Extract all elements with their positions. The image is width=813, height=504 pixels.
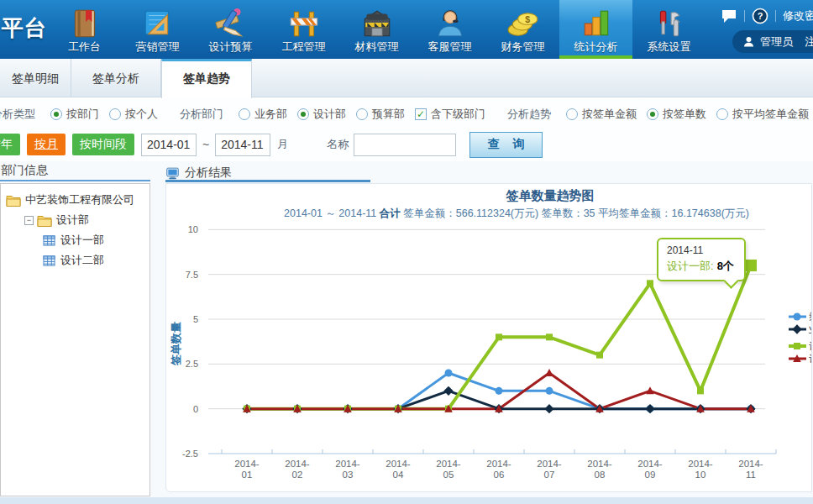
svg-text:2014-01: 2014-01 — [234, 459, 260, 480]
tree-node-label: 设计部 — [56, 213, 89, 228]
radio-option[interactable]: 按签单金额 — [566, 107, 637, 122]
nav-item-stats[interactable]: 统计分析 — [559, 0, 632, 59]
nav-item-finance[interactable]: $财务管理 — [486, 0, 559, 59]
design-budget-icon — [215, 8, 247, 38]
material-icon — [361, 8, 393, 38]
radio-option[interactable]: 设计部 — [297, 107, 346, 122]
date-from-input[interactable] — [141, 134, 197, 156]
period-button-month[interactable]: 按月 — [27, 134, 66, 155]
tab-strip: 签单明细签单分析签单趋势 — [0, 59, 813, 97]
legend-item[interactable]: 设 — [789, 353, 812, 365]
period-button-year[interactable]: 按年 — [0, 134, 20, 155]
svg-text:0: 0 — [193, 404, 198, 414]
chart-title: 签单数量趋势图 — [166, 184, 811, 204]
name-input[interactable] — [354, 134, 456, 156]
user-name: 管理员 — [760, 34, 793, 50]
topbar-quick-links: ? 修改密码 — [721, 8, 813, 24]
svg-text:签单数量: 签单数量 — [170, 322, 182, 366]
nav-label: 材料管理 — [355, 39, 399, 55]
svg-text:2014-08: 2014-08 — [587, 459, 612, 480]
radio-option[interactable]: 按平均签单金额 — [716, 107, 809, 122]
app: 平台 工作台营销管理设计预算工程管理材料管理客服管理$财务管理统计分析系统设置 … — [0, 0, 813, 504]
svg-text:设计一部: 设计一部 — [809, 340, 812, 352]
nav-label: 客服管理 — [428, 39, 472, 55]
radio-label: 按签单数 — [663, 107, 706, 122]
radio-option[interactable]: 按个人 — [109, 107, 158, 122]
radio-label: 按部门 — [66, 107, 99, 122]
folder-icon — [37, 214, 52, 227]
period-buttons: 按年按月按时间段 — [0, 134, 141, 155]
radio-unselected[interactable] — [239, 108, 250, 120]
filter-group-label: 分析类型 — [0, 107, 35, 122]
service-icon — [434, 8, 466, 38]
tree-node[interactable]: 设计二部 — [1, 250, 149, 270]
period-button-range[interactable]: 按时间段 — [72, 134, 134, 155]
radio-unselected[interactable] — [356, 108, 368, 120]
message-icon[interactable] — [721, 8, 737, 24]
left-panel-title: 部门信息 — [0, 163, 150, 181]
logout-link[interactable]: 注销 — [805, 34, 813, 50]
help-icon[interactable]: ? — [752, 8, 768, 24]
tab-order-detail[interactable]: 签单明细 — [0, 59, 71, 97]
marketing-icon — [142, 8, 174, 38]
user-pill[interactable]: 管理员 注销 — [732, 30, 813, 53]
tree-node[interactable]: 设计一部 — [1, 230, 149, 250]
checkbox-option[interactable]: ✓含下级部门 — [415, 107, 485, 122]
radio-option[interactable]: 按部门 — [50, 107, 99, 122]
filter-group-label: 分析部门 — [180, 107, 223, 122]
tree-node-label: 设计一部 — [60, 233, 104, 248]
nav-label: 工程管理 — [282, 39, 326, 55]
user-icon — [742, 35, 755, 48]
tree-node[interactable]: −设计部 — [1, 210, 149, 230]
app-logo: 平台 — [2, 13, 47, 43]
radio-unselected[interactable] — [109, 108, 121, 120]
result-section-title: 分析结果 — [185, 165, 232, 181]
result-section-header: 分析结果 — [165, 166, 370, 182]
radio-label: 预算部 — [372, 107, 405, 122]
tree-node[interactable]: 中艺装饰工程有限公司 — [1, 190, 149, 210]
nav-item-settings[interactable]: 系统设置 — [632, 0, 705, 59]
filter-panel: 分析类型按部门按个人分析部门业务部设计部预算部✓含下级部门分析趋势按签单金额按签… — [0, 97, 813, 161]
nav-item-marketing[interactable]: 营销管理 — [121, 0, 194, 59]
checkbox-checked[interactable]: ✓ — [415, 108, 427, 120]
nav-item-project[interactable]: 工程管理 — [267, 0, 340, 59]
filter-group: 分析趋势按签单金额按签单数按平均签单金额 — [507, 107, 809, 122]
nav-item-workbench[interactable]: 工作台 — [48, 0, 121, 59]
tooltip-date: 2014-11 — [667, 244, 734, 256]
svg-text:2014-07: 2014-07 — [537, 459, 562, 480]
monitor-icon — [165, 166, 180, 180]
change-password-link[interactable]: 修改密码 — [783, 8, 813, 24]
svg-text:7.5: 7.5 — [186, 270, 198, 280]
nav-label: 营销管理 — [136, 39, 180, 55]
divider — [744, 10, 745, 22]
filter-group: 分析类型按部门按个人 — [0, 107, 158, 122]
radio-selected[interactable] — [647, 108, 658, 120]
tree-collapse-icon[interactable]: − — [24, 216, 34, 225]
nav-item-service[interactable]: 客服管理 — [413, 0, 486, 59]
svg-text:业: 业 — [809, 323, 812, 335]
radio-option[interactable]: 业务部 — [239, 107, 287, 122]
tree-node-label: 中艺装饰工程有限公司 — [25, 192, 134, 207]
nav-item-design-budget[interactable]: 设计预算 — [194, 0, 267, 59]
tab-order-analysis[interactable]: 签单分析 — [71, 59, 161, 97]
radio-unselected[interactable] — [566, 108, 578, 120]
date-to-input[interactable] — [215, 134, 270, 156]
folder-icon — [6, 194, 21, 207]
tooltip-value-row: 设计一部:8个 — [667, 259, 734, 274]
search-button[interactable]: 查 询 — [469, 132, 543, 158]
nav-item-material[interactable]: 材料管理 — [340, 0, 413, 59]
radio-unselected[interactable] — [716, 108, 728, 120]
tab-order-trend[interactable]: 签单趋势 — [161, 59, 252, 98]
settings-icon — [653, 8, 685, 38]
chart-panel: 签单数量趋势图 2014-01 ～ 2014-11 合计 签单金额：566.11… — [165, 183, 812, 492]
svg-text:10: 10 — [188, 224, 198, 234]
radio-option[interactable]: 按签单数 — [647, 107, 706, 122]
svg-text:$: $ — [525, 14, 530, 24]
filter-row-query: 按年按月按时间段 ~ 月 名称 查 询 — [0, 131, 543, 158]
radio-option[interactable]: 预算部 — [356, 107, 405, 122]
radio-selected[interactable] — [297, 108, 309, 120]
checkbox-label: 含下级部门 — [431, 107, 485, 122]
radio-label: 按签单金额 — [582, 107, 637, 122]
radio-selected[interactable] — [50, 108, 62, 120]
filter-group-label: 分析趋势 — [507, 107, 551, 122]
